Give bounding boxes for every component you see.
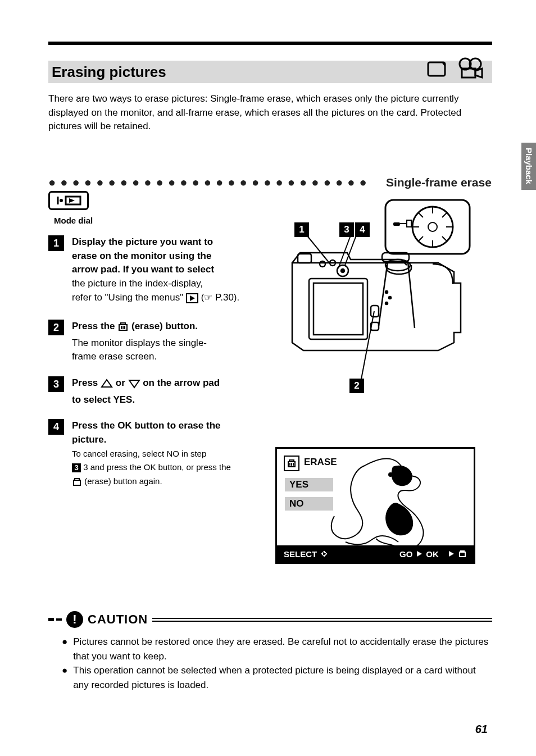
header-rule xyxy=(48,42,492,45)
step-number-3: 3 xyxy=(48,376,64,392)
diagram-label-1: 1 xyxy=(294,222,309,237)
caution-heading: ! CAUTION xyxy=(48,611,492,628)
step-number-1: 1 xyxy=(48,235,64,251)
caution-label: CAUTION xyxy=(88,612,148,627)
sub-heading-row: ●●●●●●●●●●●●●●●●●●●●●●●●●●● Single-frame… xyxy=(48,175,492,190)
step-1-text: Display the picture you want to erase on… xyxy=(72,235,239,307)
svg-point-42 xyxy=(385,291,388,293)
lcd-footer-bar: SELECT GO OK xyxy=(277,545,474,562)
right-triangle-icon xyxy=(416,550,423,557)
diagram-label-3: 3 xyxy=(339,222,354,237)
step-2: 2 Press the (erase) button. The monitor … xyxy=(48,320,262,364)
steps-column: Mode dial 1 Display the picture you want… xyxy=(48,191,262,503)
diagram-label-2: 2 xyxy=(349,379,364,393)
arrow-down-icon xyxy=(128,379,140,393)
intro-paragraph: There are two ways to erase pictures: Si… xyxy=(48,92,487,134)
caution-item: ● Pictures cannot be restored once they … xyxy=(62,635,492,663)
erase-icon xyxy=(117,321,129,336)
step-number-2: 2 xyxy=(48,320,64,335)
nav-diamond-icon xyxy=(320,550,328,558)
mode-dial-label: Mode dial xyxy=(54,216,262,225)
step-3-text: Press or on the arrow pad to select YES. xyxy=(72,376,220,407)
erase-menu-icon xyxy=(284,456,299,471)
svg-marker-57 xyxy=(449,551,454,557)
erase-option-yes[interactable]: YES xyxy=(285,478,333,491)
section-title: Erasing pictures xyxy=(52,63,166,81)
camera-diagram: 1 3 4 2 xyxy=(275,191,483,393)
erase-icon xyxy=(72,477,82,490)
svg-rect-31 xyxy=(298,254,311,263)
play-icon xyxy=(186,293,198,308)
svg-point-38 xyxy=(320,261,325,267)
svg-rect-0 xyxy=(428,62,445,76)
caution-item: ● This operation cannot be selected when… xyxy=(62,663,492,692)
side-tab-playback: Playback xyxy=(521,143,536,190)
mode-dial-chip xyxy=(48,191,89,210)
svg-point-7 xyxy=(60,199,63,202)
step-4-text: Press the OK button to erase the picture… xyxy=(72,419,231,490)
step-4: 4 Press the OK button to erase the pictu… xyxy=(48,419,262,490)
erase-icon xyxy=(458,549,467,558)
arrow-up-icon xyxy=(101,379,113,393)
caution-list: ● Pictures cannot be restored once they … xyxy=(62,635,492,692)
svg-rect-28 xyxy=(393,222,400,226)
footer-go-label: GO xyxy=(399,549,412,559)
diagram-label-4: 4 xyxy=(355,222,370,237)
page-number: 61 xyxy=(0,723,536,736)
svg-rect-34 xyxy=(314,283,363,335)
svg-marker-16 xyxy=(129,380,139,388)
step-3: 3 Press or on the arrow pad to select YE… xyxy=(48,376,262,407)
step-2-text: Press the (erase) button. The monitor di… xyxy=(72,320,207,364)
svg-point-36 xyxy=(341,269,344,272)
right-triangle-icon xyxy=(448,550,455,557)
erase-option-no[interactable]: NO xyxy=(285,497,333,511)
svg-point-44 xyxy=(385,302,388,304)
sub-heading: Single-frame erase xyxy=(386,176,492,189)
footer-select-label: SELECT xyxy=(284,549,317,559)
mode-icons xyxy=(426,57,485,82)
svg-marker-56 xyxy=(417,551,422,557)
svg-rect-40 xyxy=(371,306,379,317)
svg-point-43 xyxy=(389,297,391,299)
svg-line-46 xyxy=(345,233,357,265)
card-icon xyxy=(426,60,449,79)
step-1: 1 Display the picture you want to erase … xyxy=(48,235,262,307)
svg-marker-9 xyxy=(69,198,75,203)
svg-marker-5 xyxy=(475,69,482,78)
erase-menu-title: ERASE xyxy=(304,457,337,468)
caution-icon: ! xyxy=(66,611,83,628)
movie-camera-icon xyxy=(456,57,485,82)
lcd-erase-screen: ERASE YES NO SELECT GO OK xyxy=(275,447,475,564)
step-number-4: 4 xyxy=(48,419,64,435)
svg-line-45 xyxy=(305,233,329,263)
svg-marker-15 xyxy=(102,380,112,387)
footer-ok-label: OK xyxy=(426,549,439,559)
svg-marker-11 xyxy=(190,295,195,301)
